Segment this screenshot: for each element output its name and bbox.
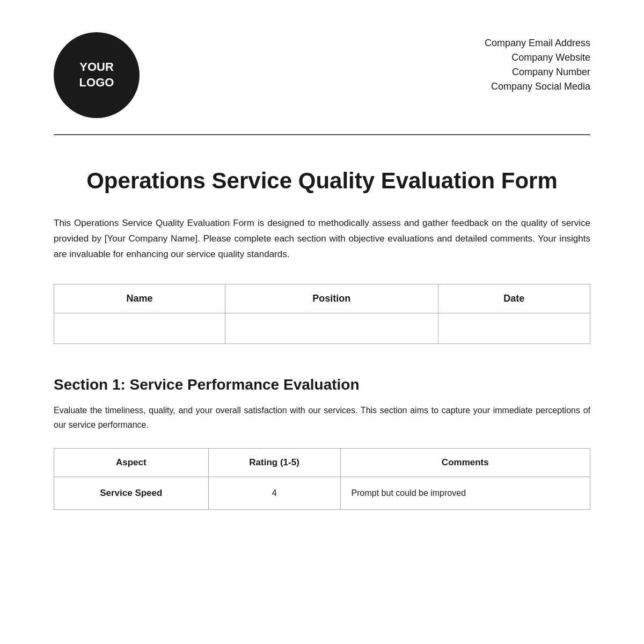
logo-text: YOURLOGO xyxy=(79,60,114,90)
form-title: Operations Service Quality Evaluation Fo… xyxy=(54,167,590,194)
eval-comments-1: Prompt but could be improved xyxy=(340,477,590,510)
info-row xyxy=(54,313,590,344)
eval-aspect-1: Service Speed xyxy=(54,477,209,510)
company-email: Company Email Address xyxy=(485,38,590,49)
info-col-name: Name xyxy=(54,284,225,313)
info-col-date: Date xyxy=(438,284,590,313)
company-website: Company Website xyxy=(485,52,590,63)
eval-col-comments: Comments xyxy=(340,449,590,477)
company-info: Company Email Address Company Website Co… xyxy=(485,32,590,92)
section1-title: Section 1: Service Performance Evaluatio… xyxy=(54,376,590,393)
eval-row-1: Service Speed 4 Prompt but could be impr… xyxy=(54,477,590,510)
eval-col-aspect: Aspect xyxy=(54,449,209,477)
eval-rating-1: 4 xyxy=(208,477,340,510)
page: YOURLOGO Company Email Address Company W… xyxy=(0,0,644,644)
header-divider xyxy=(54,134,590,135)
info-position-cell[interactable] xyxy=(225,313,438,344)
info-date-cell[interactable] xyxy=(438,313,590,344)
form-description: This Operations Service Quality Evaluati… xyxy=(54,216,590,262)
info-col-position: Position xyxy=(225,284,438,313)
header: YOURLOGO Company Email Address Company W… xyxy=(54,32,590,118)
eval-col-rating: Rating (1-5) xyxy=(208,449,340,477)
company-logo: YOURLOGO xyxy=(54,32,140,118)
company-number: Company Number xyxy=(485,67,590,78)
section1-description: Evaluate the timeliness, quality, and yo… xyxy=(54,403,590,432)
eval-table: Aspect Rating (1-5) Comments Service Spe… xyxy=(54,448,590,510)
company-social: Company Social Media xyxy=(485,81,590,92)
info-table: Name Position Date xyxy=(54,284,590,344)
info-name-cell[interactable] xyxy=(54,313,225,344)
